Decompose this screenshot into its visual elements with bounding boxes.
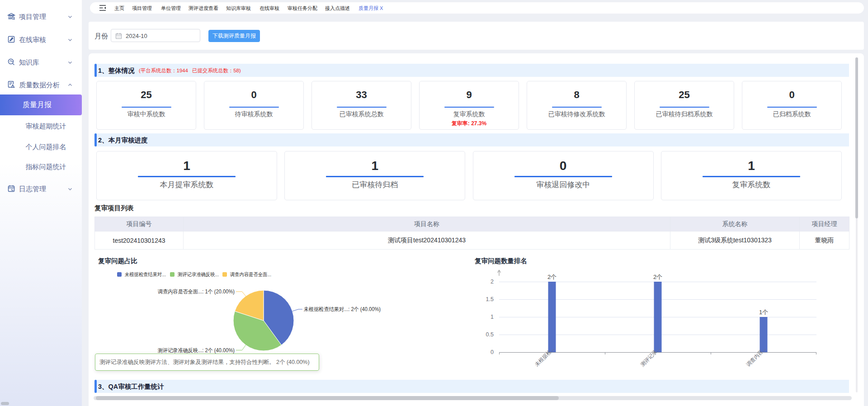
svg-text:未根据检...: 未根据检...: [534, 346, 556, 368]
svg-text:未根据检查结果对...: 2个 (40.00%): 未根据检查结果对...: 2个 (40.00%): [304, 306, 381, 312]
svg-text:2个: 2个: [547, 274, 557, 280]
svg-text:2个: 2个: [653, 274, 662, 280]
svg-text:测评记录准确反映...: 测评记录准确反映...: [177, 272, 219, 277]
svg-text:1: 1: [491, 314, 494, 320]
svg-text:1.5: 1.5: [486, 296, 494, 302]
svg-text:0: 0: [491, 349, 494, 355]
svg-text:调查内容是否全面...: 1个 (20.00%): 调查内容是否全面...: 1个 (20.00%): [157, 288, 235, 295]
svg-text:调查内容...: 调查内容...: [745, 346, 767, 368]
svg-text:2: 2: [491, 279, 494, 285]
svg-text:未根据检查结果对...: 未根据检查结果对...: [125, 272, 166, 277]
svg-text:调查内容是否全面...: 调查内容是否全面...: [230, 272, 271, 277]
svg-text:0.5: 0.5: [486, 331, 494, 338]
svg-text:1个: 1个: [759, 309, 768, 316]
svg-text:测评记录...: 测评记录...: [639, 346, 661, 368]
svg-text:测评记录准确反映...: 2个 (40.00%): 测评记录准确反映...: 2个 (40.00%): [157, 347, 235, 354]
